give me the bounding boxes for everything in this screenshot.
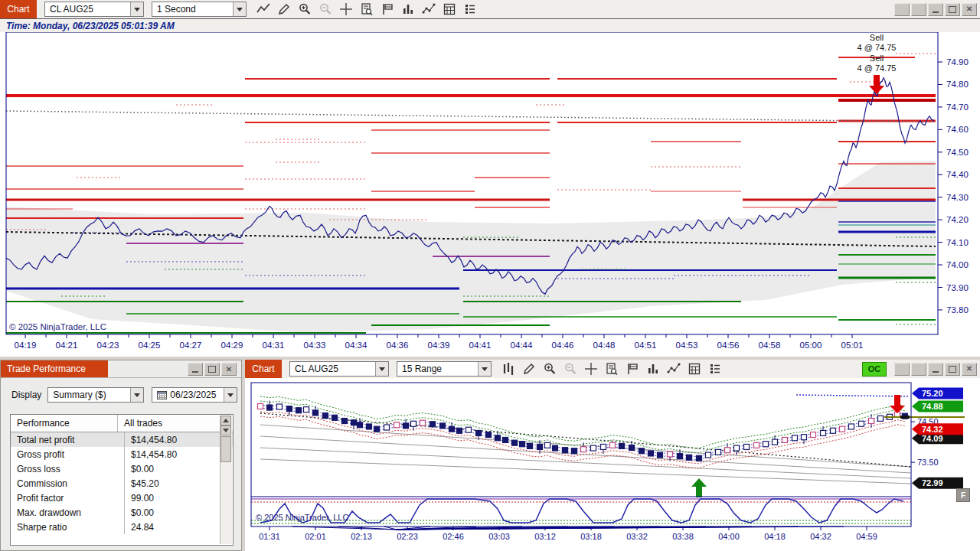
toolbar-icons <box>498 360 725 377</box>
chart-trader-icon[interactable] <box>602 360 621 377</box>
close-button[interactable]: ✕ <box>221 363 237 376</box>
properties-icon[interactable] <box>460 1 479 18</box>
oc-button[interactable]: OC <box>862 362 887 377</box>
order-entry-icon[interactable] <box>622 360 642 377</box>
svg-text:74.30: 74.30 <box>946 193 969 202</box>
svg-text:05:01: 05:01 <box>841 341 864 350</box>
svg-text:72.99: 72.99 <box>922 478 943 487</box>
zoom-in-icon[interactable] <box>540 360 559 377</box>
svg-text:4 @ 74.75: 4 @ 74.75 <box>858 64 897 73</box>
zoom-out-icon[interactable] <box>315 1 335 18</box>
crosshair-icon[interactable] <box>336 1 355 18</box>
display-select[interactable]: Summary ($) <box>47 387 144 403</box>
table-row[interactable]: Gross profit$14,454.80 <box>11 447 233 461</box>
chart-status-time: Time: Monday, 06/23/2025 05:01:39 AM <box>0 19 980 32</box>
minimize-button[interactable] <box>188 363 203 376</box>
toolbar-extra-button[interactable] <box>911 363 926 376</box>
metric-value: $14,454.80 <box>125 432 233 447</box>
restore-button[interactable] <box>945 363 960 376</box>
svg-text:03:03: 03:03 <box>488 532 510 541</box>
instrument-select[interactable]: CL AUG25 <box>289 361 389 377</box>
svg-text:Sell: Sell <box>870 54 884 63</box>
properties-icon[interactable] <box>705 360 724 377</box>
display-value: Summary ($) <box>53 390 130 400</box>
toolbar-extra-button[interactable] <box>894 363 910 376</box>
zoom-in-icon[interactable] <box>295 1 314 18</box>
price-tag: 72.99 <box>912 478 963 489</box>
svg-text:02:46: 02:46 <box>443 532 464 541</box>
table-row[interactable]: Max. drawdown$0.00 <box>11 505 233 520</box>
svg-text:04:29: 04:29 <box>221 341 243 350</box>
chart-tab[interactable]: Chart <box>0 0 37 18</box>
interval-select[interactable]: 15 Range <box>397 361 492 377</box>
instrument-value: CL AUG25 <box>50 4 130 15</box>
svg-text:02:13: 02:13 <box>351 532 372 541</box>
svg-text:74.50: 74.50 <box>946 148 969 157</box>
close-button[interactable]: ✕ <box>962 3 977 16</box>
svg-text:73.90: 73.90 <box>946 283 969 292</box>
column-header-performance[interactable]: Performance <box>11 415 118 432</box>
chart-trader-icon[interactable] <box>357 1 376 18</box>
data-series-icon[interactable] <box>643 360 662 377</box>
bottom-chart-canvas[interactable]: 74.5073.5075.2074.8874.0974.3272.9901:31… <box>245 378 980 548</box>
svg-text:02:01: 02:01 <box>305 532 326 541</box>
svg-text:04:23: 04:23 <box>97 341 119 350</box>
scroll-down-button[interactable] <box>220 425 231 435</box>
pencil-icon[interactable] <box>519 360 538 377</box>
close-icon: ✕ <box>966 5 972 13</box>
performance-table-body: Total net profit$14,454.80Gross profit$1… <box>11 432 233 534</box>
price-tag: 74.32 <box>912 423 963 435</box>
indicators-icon[interactable] <box>419 1 438 18</box>
pencil-icon[interactable] <box>274 1 293 18</box>
restore-button[interactable] <box>204 363 220 376</box>
table-scrollbar[interactable] <box>220 416 232 544</box>
top-chart-canvas[interactable]: Sell4 @ 74.75Sell4 @ 74.7574.9074.8074.7… <box>0 32 980 357</box>
chevron-down-icon <box>375 362 388 376</box>
chart-tab[interactable]: Chart <box>245 360 282 378</box>
indicators-icon[interactable] <box>664 360 683 377</box>
table-row[interactable]: Total net profit$14,454.80 <box>11 432 233 447</box>
performance-table: Performance All trades Total net profit$… <box>10 414 234 546</box>
column-header-all-trades[interactable]: All trades <box>118 415 233 432</box>
table-row[interactable]: Profit factor99.00 <box>11 491 233 505</box>
table-row[interactable]: Sharpe ratio24.84 <box>11 520 233 534</box>
metric-label: Commission <box>11 476 125 491</box>
scroll-thumb[interactable] <box>220 436 231 462</box>
metric-value: $45.20 <box>125 476 233 491</box>
triangle-up-icon <box>223 416 229 422</box>
zoom-out-icon[interactable] <box>560 360 580 377</box>
svg-text:05:00: 05:00 <box>800 341 822 350</box>
minimize-button[interactable] <box>928 3 943 16</box>
trend-style-icon[interactable] <box>253 1 273 18</box>
svg-text:Sell: Sell <box>870 33 884 42</box>
svg-text:04:58: 04:58 <box>759 341 781 350</box>
instrument-select[interactable]: CL AUG25 <box>44 2 144 17</box>
svg-text:04:21: 04:21 <box>56 341 78 350</box>
svg-text:03:18: 03:18 <box>580 532 602 541</box>
interval-select[interactable]: 1 Second <box>152 2 247 17</box>
table-row[interactable]: Gross loss$0.00 <box>11 461 233 476</box>
svg-text:02:23: 02:23 <box>397 532 418 541</box>
minimize-icon <box>192 366 198 373</box>
table-row[interactable]: Commission$45.20 <box>11 476 233 491</box>
strategies-icon[interactable] <box>684 360 704 377</box>
toolbar-extra-button[interactable] <box>894 3 910 16</box>
toolbar-extra-button[interactable] <box>911 3 926 16</box>
svg-text:04:36: 04:36 <box>387 341 409 350</box>
focus-button[interactable]: F <box>956 488 970 502</box>
data-series-icon[interactable] <box>398 1 417 18</box>
strategies-icon[interactable] <box>439 1 459 18</box>
close-button[interactable]: ✕ <box>962 363 977 376</box>
minimize-button[interactable] <box>928 363 943 376</box>
date-select[interactable]: 06/23/2025 <box>152 387 237 403</box>
svg-text:74.10: 74.10 <box>946 238 969 247</box>
scroll-up-button[interactable] <box>220 416 231 425</box>
order-entry-icon[interactable] <box>377 1 397 18</box>
restore-button[interactable] <box>945 3 960 16</box>
performance-table-header: Performance All trades <box>11 415 233 432</box>
crosshair-icon[interactable] <box>581 360 600 377</box>
bar-style-icon[interactable] <box>498 360 518 377</box>
trade-performance-tab[interactable]: Trade Performance <box>1 360 108 377</box>
restore-icon <box>949 366 956 373</box>
top-toolbar: Chart CL AUG25 1 Second ✕ <box>0 0 980 19</box>
